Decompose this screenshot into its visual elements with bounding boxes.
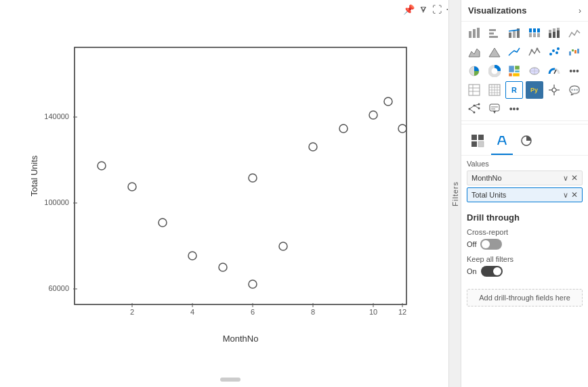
bar-combo-icon[interactable] <box>505 24 523 42</box>
waterfall-icon[interactable] <box>566 43 583 61</box>
svg-rect-30 <box>529 33 532 37</box>
matrix-icon[interactable] <box>486 81 503 99</box>
svg-rect-26 <box>513 30 516 38</box>
viz-expand-icon[interactable]: › <box>579 6 581 16</box>
format-tab[interactable] <box>491 131 513 155</box>
chart-toolbar: 📌 ⛛ ⛶ ⋯ <box>0 0 461 19</box>
month-no-pill[interactable]: MonthNo ∨ ✕ <box>467 170 583 185</box>
svg-rect-37 <box>553 32 555 38</box>
svg-rect-23 <box>489 32 494 35</box>
filters-panel[interactable]: Filters <box>448 0 461 387</box>
key-influencers-icon[interactable] <box>545 81 563 99</box>
svg-point-43 <box>530 49 532 51</box>
svg-rect-22 <box>489 29 496 31</box>
cross-report-label: Cross-report <box>467 228 583 236</box>
svg-text:140000: 140000 <box>44 112 69 120</box>
table-icon[interactable] <box>465 81 483 99</box>
svg-point-45 <box>549 53 552 55</box>
keep-filters-toggle-row: On <box>467 266 583 277</box>
cross-report-state: Off <box>467 240 476 248</box>
total-units-pill-label: Total Units <box>471 191 506 199</box>
keep-filters-label: Keep all filters <box>467 255 583 263</box>
svg-rect-35 <box>549 33 551 38</box>
svg-rect-0 <box>75 47 406 304</box>
svg-rect-64 <box>469 85 480 95</box>
svg-rect-93 <box>471 135 477 140</box>
total-units-pill[interactable]: Total Units ∨ ✕ <box>467 187 583 202</box>
cross-report-toggle[interactable] <box>480 239 502 250</box>
svg-line-88 <box>474 106 479 108</box>
section-divider <box>461 124 588 124</box>
keep-filters-row: Keep all filters On <box>467 255 583 277</box>
smart-narrative-icon[interactable] <box>486 100 503 118</box>
svg-text:2: 2 <box>130 308 134 316</box>
svg-rect-49 <box>569 51 571 55</box>
scatter-icon[interactable] <box>545 43 563 61</box>
fields-label: Values <box>467 160 583 168</box>
svg-line-86 <box>469 109 474 112</box>
svg-text:8: 8 <box>311 308 315 316</box>
pie-icon[interactable] <box>465 62 483 80</box>
area-chart-icon[interactable] <box>465 43 483 61</box>
svg-rect-24 <box>489 36 498 38</box>
more4-icon[interactable]: ••• <box>505 100 523 118</box>
svg-line-85 <box>469 106 474 109</box>
svg-rect-52 <box>577 49 579 53</box>
pin-icon[interactable]: 📌 <box>403 4 415 15</box>
svg-rect-96 <box>478 141 484 147</box>
py-visual-icon[interactable]: Py <box>526 81 543 99</box>
svg-rect-57 <box>509 73 512 76</box>
line-chart-icon[interactable] <box>505 43 523 61</box>
chevron-down-icon[interactable]: ∨ <box>563 174 568 183</box>
svg-rect-33 <box>537 28 540 32</box>
svg-text:100000: 100000 <box>44 198 69 206</box>
svg-text:60000: 60000 <box>48 284 69 292</box>
svg-rect-36 <box>549 30 551 33</box>
svg-point-75 <box>552 88 556 92</box>
more3-icon[interactable]: ••• <box>566 62 583 80</box>
treemap-icon[interactable] <box>505 62 523 80</box>
svg-point-47 <box>555 51 558 54</box>
svg-rect-50 <box>572 49 574 51</box>
viz-panel-title: Visualizations <box>468 5 526 16</box>
stacked-bar-chart-icon[interactable] <box>465 24 483 42</box>
right-panel: Visualizations › <box>461 0 588 387</box>
fields-tab[interactable] <box>467 131 488 155</box>
cross-report-knob <box>482 240 490 248</box>
donut-icon[interactable] <box>486 62 503 80</box>
viz-icons-grid: ••• R Py 💬 ••• <box>461 22 588 121</box>
stacked-col-icon[interactable] <box>545 24 563 42</box>
svg-text:12: 12 <box>398 308 406 316</box>
remove-total-units-icon[interactable]: ✕ <box>571 190 578 200</box>
filter-icon[interactable]: ⛛ <box>419 4 428 15</box>
svg-rect-89 <box>490 104 499 111</box>
viz-header: Visualizations › <box>461 0 588 22</box>
svg-rect-25 <box>509 32 511 38</box>
keep-filters-toggle[interactable] <box>481 266 503 277</box>
ribbon-icon[interactable] <box>566 24 583 42</box>
svg-rect-19 <box>469 31 471 38</box>
analytics-tab[interactable] <box>516 131 537 155</box>
clustered-bar-icon[interactable] <box>526 24 543 42</box>
add-drill-fields-box[interactable]: Add drill-through fields here <box>467 289 583 306</box>
svg-point-46 <box>552 49 555 52</box>
bar-chart-icon[interactable] <box>486 24 503 42</box>
qna-icon[interactable]: 💬 <box>566 81 583 99</box>
drill-section: Drill through Cross-report Off Keep all … <box>461 208 588 286</box>
expand-icon[interactable]: ⛶ <box>432 4 442 15</box>
gauge-icon[interactable] <box>545 62 563 80</box>
svg-rect-56 <box>515 66 520 70</box>
svg-rect-95 <box>471 141 477 147</box>
main-area: 📌 ⛛ ⛶ ⋯ Total Units 60000 100000 140000 … <box>0 0 461 387</box>
mountain-icon[interactable] <box>486 43 503 61</box>
svg-rect-38 <box>553 28 555 32</box>
remove-month-no-icon[interactable]: ✕ <box>571 173 578 183</box>
r-visual-icon[interactable]: R <box>505 81 523 99</box>
map-icon[interactable] <box>526 62 543 80</box>
chevron-down-icon2[interactable]: ∨ <box>563 191 568 200</box>
decomp-tree-icon[interactable] <box>465 100 483 118</box>
month-no-pill-actions: ∨ ✕ <box>563 173 578 183</box>
svg-rect-31 <box>533 28 536 32</box>
line2-icon[interactable] <box>526 43 543 61</box>
svg-rect-39 <box>557 30 560 38</box>
